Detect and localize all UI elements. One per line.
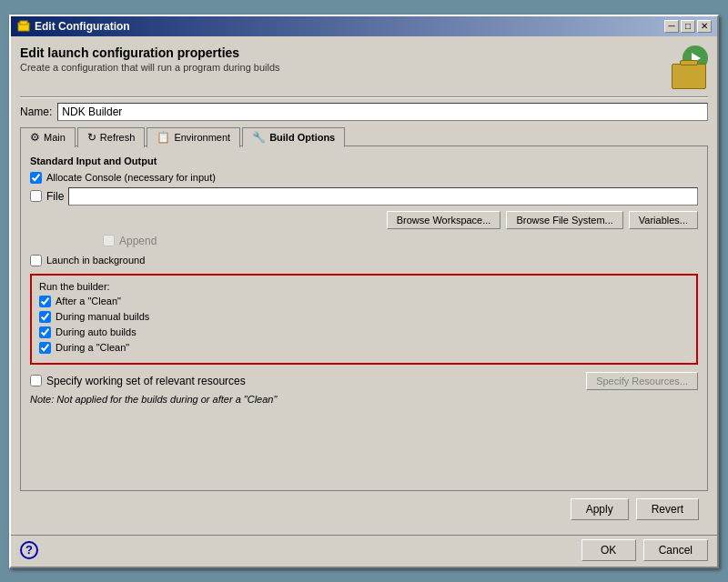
append-row: Append [30, 235, 698, 247]
header-subtitle: Create a configuration that will run a p… [20, 62, 280, 73]
ok-button[interactable]: OK [581, 539, 636, 561]
header-text: Edit launch configuration properties Cre… [20, 45, 280, 73]
content-panel: Standard Input and Output Allocate Conso… [20, 146, 708, 491]
during-manual-checkbox[interactable] [39, 311, 51, 323]
launch-bg-checkbox[interactable] [30, 255, 42, 266]
standard-io-label: Standard Input and Output [30, 156, 698, 166]
tab-environment[interactable]: 📋 Environment [147, 127, 240, 147]
tab-refresh[interactable]: ↻ Refresh [77, 127, 146, 147]
toolbox-icon [672, 64, 706, 89]
launch-bg-label: Launch in background [46, 255, 145, 266]
window-body: Edit launch configuration properties Cre… [11, 36, 717, 535]
dialog-bottom: ? OK Cancel [11, 535, 717, 567]
cancel-button[interactable]: Cancel [643, 539, 708, 561]
note-text: Note: Not applied for the builds during … [30, 394, 698, 405]
during-clean-checkbox[interactable] [39, 342, 51, 354]
specify-row: Specify working set of relevant resource… [30, 372, 698, 390]
apply-button[interactable]: Apply [571, 498, 629, 520]
build-options-tab-icon: 🔧 [252, 131, 266, 144]
environment-tab-icon: 📋 [157, 131, 170, 144]
tab-build-options-label: Build Options [269, 132, 335, 143]
during-manual-label: During manual builds [56, 311, 149, 322]
launch-bg-row: Launch in background [30, 255, 698, 266]
after-clean-label: After a "Clean" [56, 296, 121, 306]
file-checkbox[interactable] [30, 190, 42, 202]
title-bar-buttons: ─ □ ✕ [664, 20, 712, 33]
specify-resources-button[interactable]: Specify Resources... [586, 372, 698, 390]
minimize-button[interactable]: ─ [664, 20, 679, 33]
header-icon [664, 45, 708, 89]
builder-group-label: Run the builder: [39, 281, 689, 292]
browse-filesystem-button[interactable]: Browse File System... [506, 211, 622, 229]
tab-main[interactable]: ⚙ Main [20, 127, 76, 147]
allocate-console-row: Allocate Console (necessary for input) [30, 172, 698, 184]
tab-refresh-label: Refresh [100, 132, 136, 143]
variables-button[interactable]: Variables... [629, 211, 698, 229]
after-clean-checkbox[interactable] [39, 296, 51, 307]
file-buttons-row: Browse Workspace... Browse File System..… [30, 211, 698, 229]
name-label: Name: [20, 105, 52, 118]
specify-working-set-label: Specify working set of relevant resource… [46, 375, 246, 387]
header-separator [20, 96, 708, 97]
tab-bar: ⚙ Main ↻ Refresh 📋 Environment 🔧 Build O… [20, 126, 708, 146]
allocate-console-checkbox[interactable] [30, 172, 42, 184]
during-clean-row: During a "Clean" [39, 342, 689, 354]
window-icon [16, 19, 31, 34]
file-label: File [46, 190, 64, 203]
browse-workspace-button[interactable]: Browse Workspace... [387, 211, 501, 229]
specify-left: Specify working set of relevant resource… [30, 375, 246, 387]
append-label: Append [119, 235, 157, 247]
window-title: Edit Configuration [35, 20, 130, 33]
help-button[interactable]: ? [20, 541, 38, 559]
title-bar-left: Edit Configuration [16, 19, 130, 34]
title-bar: Edit Configuration ─ □ ✕ [11, 16, 717, 36]
file-input-field[interactable] [68, 187, 698, 206]
after-clean-row: After a "Clean" [39, 296, 689, 307]
during-auto-checkbox[interactable] [39, 326, 51, 338]
name-input[interactable] [57, 103, 708, 121]
specify-working-set-checkbox[interactable] [30, 375, 42, 386]
header-title: Edit launch configuration properties [20, 45, 280, 60]
append-checkbox[interactable] [103, 235, 115, 246]
during-manual-row: During manual builds [39, 311, 689, 323]
close-button[interactable]: ✕ [697, 20, 712, 33]
ok-cancel-buttons: OK Cancel [581, 539, 708, 561]
toolbox-handle [680, 60, 698, 65]
file-row: File [30, 187, 698, 206]
allocate-console-label: Allocate Console (necessary for input) [46, 172, 216, 183]
tab-main-label: Main [44, 132, 66, 143]
revert-button[interactable]: Revert [636, 498, 699, 520]
main-tab-icon: ⚙ [30, 131, 40, 144]
header-section: Edit launch configuration properties Cre… [20, 45, 708, 89]
tab-build-options[interactable]: 🔧 Build Options [242, 127, 345, 147]
tab-environment-label: Environment [174, 132, 230, 143]
svg-rect-1 [20, 21, 27, 25]
maximize-button[interactable]: □ [681, 20, 695, 33]
during-clean-label: During a "Clean" [56, 342, 129, 353]
during-auto-label: During auto builds [56, 326, 136, 337]
name-row: Name: [20, 103, 708, 121]
edit-configuration-window: Edit Configuration ─ □ ✕ Edit launch con… [9, 15, 719, 568]
refresh-tab-icon: ↻ [87, 131, 96, 144]
builder-group: Run the builder: After a "Clean" During … [30, 274, 698, 365]
during-auto-row: During auto builds [39, 326, 689, 338]
apply-revert-row: Apply Revert [20, 491, 708, 526]
